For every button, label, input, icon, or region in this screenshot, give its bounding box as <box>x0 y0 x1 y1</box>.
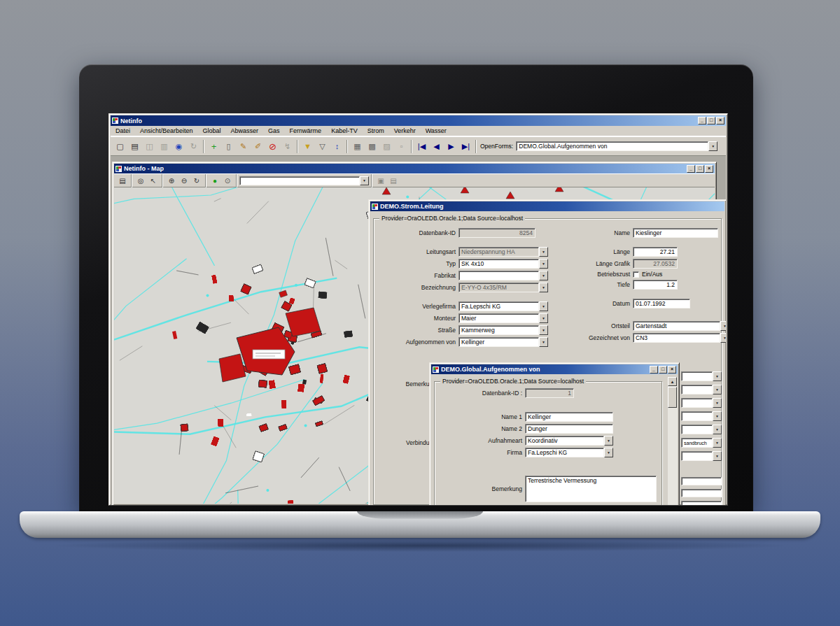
map-export-icon[interactable]: ▤ <box>387 175 400 187</box>
maximize-button[interactable]: □ <box>696 165 704 173</box>
rotate-icon[interactable]: ↻ <box>190 175 203 187</box>
global-dialog-titlebar[interactable]: DEMO.Global.Aufgenommen von _□× <box>431 364 678 374</box>
aufnahmeart-combo[interactable]: Koordinativ▼ <box>525 436 613 446</box>
typ-combo[interactable]: SK 4x10▼ <box>458 259 548 269</box>
window-grid-icon[interactable]: ▦ <box>350 139 365 153</box>
side-combo[interactable]: ▼ <box>681 411 722 421</box>
l-nge-field[interactable]: 27.21 <box>633 247 678 257</box>
dropdown-arrow-icon[interactable]: ▼ <box>713 451 722 461</box>
map-print-icon[interactable]: ▤ <box>116 175 129 187</box>
menu-item-kabel-tv[interactable]: Kabel-TV <box>326 127 363 135</box>
strom-dialog-titlebar[interactable]: DEMO.Strom.Leitung <box>370 201 724 211</box>
dropdown-arrow-icon[interactable]: ▼ <box>604 436 613 446</box>
gezeichnet-von-combo[interactable]: CN3▼ <box>633 333 726 343</box>
dropdown-arrow-icon[interactable]: ▼ <box>713 425 722 434</box>
side-combo[interactable]: ▼ <box>681 451 722 461</box>
menu-item-ansicht-bearbeiten[interactable]: Ansicht/Bearbeiten <box>135 127 198 135</box>
minimize-button[interactable]: _ <box>687 165 695 173</box>
close-button[interactable]: × <box>705 165 713 173</box>
menu-item-verkehr[interactable]: Verkehr <box>389 127 421 135</box>
map-search-combo[interactable]: ▼ <box>239 176 369 185</box>
zoom-select-icon[interactable]: ◎ <box>134 175 147 187</box>
betriebszust-checkbox[interactable] <box>633 271 639 278</box>
menu-item-abwasser[interactable]: Abwasser <box>226 127 264 135</box>
filter-funnel-icon[interactable]: ▼ <box>300 139 315 153</box>
side-combo[interactable]: ▼ <box>681 398 722 408</box>
sort-icon[interactable]: ↕ <box>330 139 344 153</box>
dropdown-arrow-icon[interactable]: ▼ <box>713 385 722 394</box>
menu-item-wasser[interactable]: Wasser <box>421 127 451 135</box>
scrollbar-thumb[interactable] <box>668 387 677 408</box>
ortsteil-combo[interactable]: Gartenstadt▼ <box>633 321 726 331</box>
nav-first-button[interactable]: |◀ <box>414 139 429 153</box>
dropdown-arrow-icon[interactable]: ▼ <box>713 438 722 448</box>
close-button[interactable]: × <box>716 117 724 125</box>
window-tile-icon[interactable]: ▩ <box>365 139 379 153</box>
openforms-combo[interactable]: DEMO.Global.Aufgenommen von▼ <box>516 141 718 151</box>
side-combo[interactable]: ▼ <box>681 385 722 394</box>
side-input[interactable] <box>681 489 722 497</box>
zoom-in-icon[interactable]: ⊕ <box>165 175 178 187</box>
bemerkung-textarea[interactable]: Terrestrische Vermessung <box>525 476 657 502</box>
dropdown-arrow-icon[interactable]: ▼ <box>720 321 726 331</box>
filter-clear-icon[interactable]: ▽ <box>315 139 330 153</box>
dropdown-arrow-icon[interactable]: ▼ <box>539 259 548 269</box>
nav-last-button[interactable]: ▶| <box>458 139 473 153</box>
side-combo[interactable]: sandbruch▼ <box>681 438 722 448</box>
menu-item-gas[interactable]: Gas <box>263 127 285 135</box>
dropdown-arrow-icon[interactable]: ▼ <box>720 333 726 343</box>
dropdown-arrow-icon[interactable]: ▼ <box>539 271 548 280</box>
maximize-button[interactable]: □ <box>659 366 667 374</box>
nav-prev-button[interactable]: ◀ <box>429 139 444 153</box>
dropdown-arrow-icon[interactable]: ▼ <box>360 176 369 185</box>
name-2-field[interactable]: Dunger <box>525 424 613 434</box>
dropdown-arrow-icon[interactable]: ▼ <box>604 448 613 457</box>
add-icon[interactable]: + <box>206 139 221 153</box>
minimize-button[interactable]: _ <box>698 117 706 125</box>
new-doc-icon[interactable]: ▢ <box>113 139 127 153</box>
menu-item-fernw-rme[interactable]: Fernwärme <box>285 127 327 135</box>
leitungsart-combo[interactable]: Niederspannung HA▼ <box>458 247 548 257</box>
dropdown-arrow-icon[interactable]: ▼ <box>713 398 722 408</box>
main-titlebar[interactable]: Netinfo _□× <box>111 115 726 126</box>
dropdown-arrow-icon[interactable]: ▼ <box>539 247 548 257</box>
name-1-field[interactable]: Kellinger <box>525 412 613 422</box>
delete-trash-icon[interactable]: ▯ <box>221 139 236 153</box>
dropdown-arrow-icon[interactable]: ▼ <box>713 411 722 421</box>
dropdown-arrow-icon[interactable]: ▼ <box>539 283 548 292</box>
no-entry-icon[interactable]: ⊘ <box>265 139 280 153</box>
verlegefirma-combo[interactable]: Fa.Lepschi KG▼ <box>458 301 548 311</box>
tools-icon[interactable]: ✐ <box>251 139 265 153</box>
scroll-up-icon[interactable]: ▲ <box>668 377 677 386</box>
monteur-combo[interactable]: Maier▼ <box>458 313 548 323</box>
aufgenommen-von-combo[interactable]: Kellinger▼ <box>458 337 548 347</box>
menu-item-global[interactable]: Global <box>198 127 226 135</box>
edit-pen-icon[interactable]: ✎ <box>236 139 251 153</box>
close-button[interactable]: × <box>668 366 676 374</box>
minimize-button[interactable]: _ <box>650 366 658 374</box>
firma-combo[interactable]: Fa.Lepschi KG▼ <box>525 448 613 457</box>
map-copy-icon[interactable]: ▣ <box>374 175 387 187</box>
menu-item-strom[interactable]: Strom <box>363 127 389 135</box>
tiefe-field[interactable]: 1.2 <box>633 280 678 290</box>
lock-icon[interactable]: ⊙ <box>221 175 234 187</box>
nav-next-button[interactable]: ▶ <box>444 139 458 153</box>
bezeichnung-combo[interactable]: E-YY-O 4x35/RM▼ <box>458 283 548 292</box>
zoom-out-icon[interactable]: ⊖ <box>178 175 190 187</box>
side-combo[interactable]: ▼ <box>681 371 722 381</box>
stra-e-combo[interactable]: Kammerweg▼ <box>458 325 548 335</box>
maximize-button[interactable]: □ <box>707 117 715 125</box>
dropdown-arrow-icon[interactable]: ▼ <box>539 337 548 347</box>
view-eye-icon[interactable]: ◉ <box>172 139 186 153</box>
name-field[interactable]: Kieslinger <box>633 228 718 238</box>
side-combo[interactable]: ▼ <box>681 425 722 434</box>
dropdown-arrow-icon[interactable]: ▼ <box>713 371 722 381</box>
side-input[interactable] <box>681 501 722 505</box>
map-titlebar[interactable]: Netinfo - Map _□× <box>114 164 715 173</box>
dropdown-arrow-icon[interactable]: ▼ <box>539 313 548 323</box>
dropdown-arrow-icon[interactable]: ▼ <box>708 141 718 151</box>
print-icon[interactable]: ▤ <box>127 139 142 153</box>
dropdown-arrow-icon[interactable]: ▼ <box>539 301 548 311</box>
menu-item-datei[interactable]: Datei <box>111 127 135 135</box>
dialog-scrollbar[interactable]: ▲ <box>668 377 678 505</box>
